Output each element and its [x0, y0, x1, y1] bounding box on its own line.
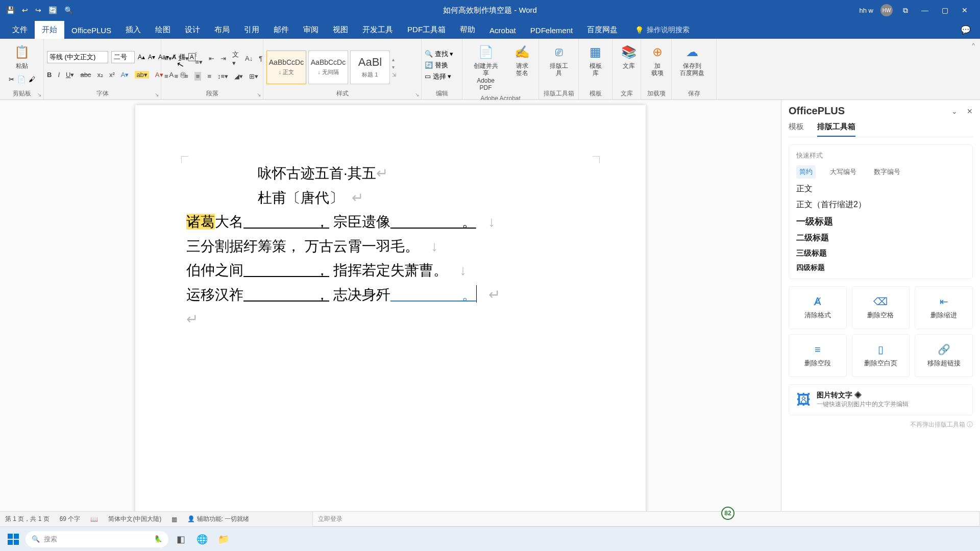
library-button[interactable]: 📚文库	[616, 41, 642, 72]
style-more[interactable]: ⇲	[392, 72, 396, 78]
tab-references[interactable]: 引用	[237, 21, 266, 39]
highlight-icon[interactable]: ab▾	[135, 71, 149, 79]
save-icon[interactable]: 💾	[6, 6, 15, 14]
tab-insert[interactable]: 插入	[118, 21, 148, 39]
tab-home[interactable]: 开始	[35, 21, 64, 39]
subtab-number[interactable]: 数字编号	[871, 165, 903, 179]
tool-remove-links[interactable]: 🔗移除超链接	[915, 334, 973, 377]
layout-tools-button[interactable]: ⎚排版工具	[542, 41, 575, 80]
panel-close-icon[interactable]: ✕	[967, 107, 973, 115]
styles-launcher[interactable]: ↘	[415, 92, 419, 97]
cut-icon[interactable]: ✂	[9, 76, 14, 83]
style-scroll-down[interactable]: ▾	[392, 64, 396, 70]
underline-button[interactable]: U▾	[66, 71, 74, 79]
panel-tab-layouttools[interactable]: 排版工具箱	[817, 122, 855, 137]
clipboard-launcher[interactable]: ↘	[37, 92, 41, 97]
strike-button[interactable]: abc	[80, 71, 91, 79]
dec-indent-icon[interactable]: ⇤	[209, 55, 214, 62]
sort-icon[interactable]: A↓	[245, 55, 253, 62]
window-switch-icon[interactable]: ⧉	[900, 6, 911, 15]
style-nospacing[interactable]: AaBbCcDc ↓ 无间隔	[308, 51, 348, 84]
font-name-select[interactable]	[47, 51, 108, 63]
tool-remove-spaces[interactable]: ⌫删除空格	[852, 286, 910, 329]
save-baidu-button[interactable]: ☁保存到 百度网盘	[675, 41, 709, 80]
create-pdf-button[interactable]: 📄 创建并共享 Adobe PDF	[465, 41, 506, 95]
distribute-icon[interactable]: ≡	[207, 72, 211, 80]
panel-collapse-icon[interactable]: ⌄	[951, 107, 958, 115]
superscript-button[interactable]: x²	[109, 71, 115, 79]
tell-me-search[interactable]: 💡 操作说明搜索	[635, 26, 690, 39]
tab-pdftools[interactable]: PDF工具箱	[400, 21, 453, 39]
minimize-button[interactable]: —	[918, 6, 932, 14]
subscript-button[interactable]: x₂	[97, 71, 103, 79]
word-count[interactable]: 69 个字	[60, 515, 81, 523]
request-sign-button[interactable]: ✍ 请求 签名	[509, 41, 535, 80]
document-area[interactable]: 咏怀古迹五首·其五↵ 杜甫〔唐代〕 ↵ 诸葛大名＿＿＿＿＿， 宗臣遗像＿＿＿＿＿…	[0, 100, 781, 511]
tab-help[interactable]: 帮助	[453, 21, 482, 39]
style-heading1[interactable]: AaBl 标题 1	[350, 51, 390, 84]
style-h1[interactable]: 一级标题	[796, 215, 965, 228]
panel-footer-toggle[interactable]: 不再弹出排版工具箱 ⓘ	[789, 420, 973, 429]
line-spacing-icon[interactable]: ↕≡▾	[217, 72, 228, 80]
image-to-text-button[interactable]: 🖼 图片转文字 ◈ 一键快速识别图片中的文字并编辑	[789, 384, 973, 415]
tab-pdfelement[interactable]: PDFelement	[523, 22, 580, 39]
style-h4[interactable]: 四级标题	[796, 263, 965, 272]
accessibility-status[interactable]: 👤 辅助功能: 一切就绪	[187, 515, 249, 523]
score-bubble[interactable]: 82	[721, 507, 734, 520]
copy-icon[interactable]: 📄	[17, 76, 26, 83]
grow-font-icon[interactable]: A▴	[138, 54, 145, 61]
macro-icon[interactable]: ▦	[172, 516, 177, 523]
paste-button[interactable]: 📋 粘贴	[9, 41, 35, 72]
login-label[interactable]: 立即登录	[318, 515, 342, 523]
taskbar-search[interactable]: 🔍 搜索 🦜	[26, 531, 168, 547]
edge-icon[interactable]: 🌐	[193, 530, 211, 548]
collapse-ribbon-icon[interactable]: ^	[972, 42, 975, 49]
style-body[interactable]: 正文	[796, 184, 965, 194]
tab-review[interactable]: 审阅	[296, 21, 326, 39]
style-scroll-up[interactable]: ▴	[392, 57, 396, 62]
comments-icon[interactable]: 💬	[951, 21, 980, 39]
tab-file[interactable]: 文件	[5, 21, 35, 39]
show-marks-icon[interactable]: ¶	[259, 55, 262, 62]
paragraph-launcher[interactable]: ↘	[257, 92, 261, 97]
addins-button[interactable]: ⊕加 载项	[644, 41, 671, 80]
explorer-icon[interactable]: 📁	[214, 530, 233, 548]
tool-remove-blank-page[interactable]: ▯删除空白页	[852, 334, 910, 377]
tab-developer[interactable]: 开发工具	[355, 21, 400, 39]
document-content[interactable]: 咏怀古迹五首·其五↵ 杜甫〔唐代〕 ↵ 诸葛大名＿＿＿＿＿， 宗臣遗像＿＿＿＿＿…	[186, 161, 595, 331]
bullets-icon[interactable]: ≡▾	[164, 55, 172, 62]
align-left-icon[interactable]: ≡	[164, 72, 168, 80]
panel-tab-templates[interactable]: 模板	[789, 122, 804, 137]
user-avatar[interactable]: HW	[880, 4, 893, 16]
numbering-icon[interactable]: 1≡▾	[178, 55, 189, 62]
tab-design[interactable]: 设计	[178, 21, 207, 39]
tab-baidu[interactable]: 百度网盘	[580, 21, 625, 39]
template-lib-button[interactable]: ▦模板库	[582, 41, 609, 80]
tab-view[interactable]: 视图	[326, 21, 355, 39]
user-name[interactable]: hh w	[860, 7, 873, 14]
shading-icon[interactable]: ◢▾	[234, 72, 243, 80]
taskview-icon[interactable]: ◧	[172, 530, 190, 548]
shrink-font-icon[interactable]: A▾	[148, 54, 155, 61]
subtab-upper[interactable]: 大写编号	[827, 165, 860, 179]
tool-remove-empty-para[interactable]: ≡删除空段	[789, 334, 847, 377]
align-right-icon[interactable]: ≡	[184, 72, 188, 80]
language-status[interactable]: 简体中文(中国大陆)	[108, 515, 161, 523]
select-button[interactable]: ▭ 选择 ▾	[425, 72, 451, 81]
page-count[interactable]: 第 1 页，共 1 页	[5, 515, 50, 523]
style-h3[interactable]: 三级标题	[796, 248, 965, 258]
italic-button[interactable]: I	[58, 71, 60, 79]
style-body-indent[interactable]: 正文（首行缩进2）	[796, 199, 965, 210]
tab-layout[interactable]: 布局	[207, 21, 237, 39]
tool-clear-format[interactable]: A̸清除格式	[789, 286, 847, 329]
borders-icon[interactable]: ⊞▾	[249, 72, 258, 80]
justify-icon[interactable]: ≡	[194, 72, 202, 81]
tab-mailings[interactable]: 邮件	[266, 21, 296, 39]
font-launcher[interactable]: ↘	[155, 92, 159, 97]
tab-draw[interactable]: 绘图	[148, 21, 178, 39]
close-button[interactable]: ✕	[959, 6, 971, 14]
spell-check-icon[interactable]: 📖	[90, 516, 98, 523]
text-direction-icon[interactable]: 文▾	[232, 50, 239, 67]
align-center-icon[interactable]: ≡	[175, 72, 179, 80]
redo-icon[interactable]: ↪	[35, 6, 41, 14]
